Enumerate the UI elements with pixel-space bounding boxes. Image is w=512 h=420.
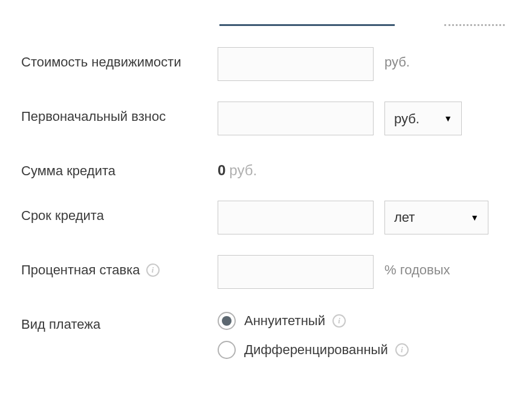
label-interest-rate-text: Процентная ставка [21,261,140,279]
info-icon[interactable]: i [146,263,160,277]
select-down-payment-unit[interactable]: руб. [384,102,462,135]
loan-amount-unit: руб. [229,162,257,178]
active-tab-underline [219,24,395,26]
row-property-cost: Стоимость недвижимости руб. [21,47,494,81]
loan-amount-number: 0 [218,162,225,178]
label-loan-amount: Сумма кредита [21,156,218,180]
input-loan-term[interactable] [218,201,374,234]
unit-interest-rate: % годовых [384,255,450,278]
label-payment-type: Вид платежа [21,309,218,334]
info-icon[interactable]: i [332,314,346,328]
row-down-payment: Первоначальный взнос руб. ▼ [21,102,494,135]
input-down-payment[interactable] [218,102,374,135]
label-interest-rate: Процентная ставка i [21,255,218,279]
radio-label-annuity-text: Аннуитетный [244,313,325,329]
info-icon[interactable]: i [395,343,409,357]
input-interest-rate[interactable] [218,255,374,289]
radio-group-payment-type: Аннуитетный i Дифференцированный i [218,309,409,359]
row-interest-rate: Процентная ставка i % годовых [21,255,494,289]
radio-label-differentiated: Дифференцированный i [244,342,409,358]
value-loan-amount: 0руб. [218,156,257,179]
label-property-cost: Стоимость недвижимости [21,47,218,71]
radio-label-differentiated-text: Дифференцированный [244,342,388,358]
radio-button-annuity[interactable] [218,312,236,330]
row-loan-amount: Сумма кредита 0руб. [21,156,494,180]
inactive-tab-dashes [444,24,505,26]
radio-button-differentiated[interactable] [218,341,236,359]
select-term-unit[interactable]: лет [384,201,488,234]
label-loan-term: Срок кредита [21,201,218,225]
radio-item-differentiated[interactable]: Дифференцированный i [218,341,409,359]
radio-selected-dot [222,316,232,326]
row-payment-type: Вид платежа Аннуитетный i Дифференцирова… [21,309,494,359]
row-loan-term: Срок кредита лет ▼ [21,201,494,234]
radio-label-annuity: Аннуитетный i [244,313,346,329]
input-property-cost[interactable] [218,47,374,81]
unit-property-cost: руб. [384,47,410,70]
radio-item-annuity[interactable]: Аннуитетный i [218,312,409,330]
label-down-payment: Первоначальный взнос [21,102,218,126]
